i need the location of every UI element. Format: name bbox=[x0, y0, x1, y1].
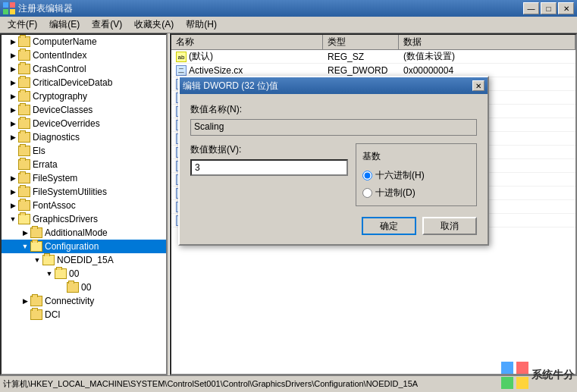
dialog-buttons: 确定 取消 bbox=[190, 217, 477, 235]
dialog-close-button[interactable]: ✕ bbox=[472, 80, 484, 91]
watermark-text: 系统牛分 bbox=[532, 368, 574, 382]
base-label: 基数 bbox=[362, 150, 470, 163]
base-section: 基数 十六进制(H) 十进制(D) bbox=[356, 143, 477, 206]
radio-group: 十六进制(H) 十进制(D) bbox=[362, 169, 470, 199]
dialog-body: 数值名称(N): Scaling 数值数据(V): 3 基数 十六进制(H) bbox=[180, 94, 488, 244]
dialog-row: 数值数据(V): 3 基数 十六进制(H) 十进制(D) bbox=[190, 143, 477, 206]
radio-hex-input[interactable] bbox=[362, 171, 372, 180]
radio-dec-input[interactable] bbox=[362, 188, 372, 198]
watermark: 系统牛分 bbox=[501, 362, 574, 389]
data-label: 数值数据(V): bbox=[190, 143, 348, 156]
dialog-title: 编辑 DWORD (32 位)值 bbox=[183, 80, 472, 93]
svg-rect-7 bbox=[516, 377, 528, 389]
radio-dec[interactable]: 十进制(D) bbox=[362, 187, 470, 199]
ok-button[interactable]: 确定 bbox=[362, 217, 416, 235]
dialog-overlay: 编辑 DWORD (32 位)值 ✕ 数值名称(N): Scaling 数值数据… bbox=[0, 0, 577, 392]
data-section: 数值数据(V): 3 bbox=[190, 143, 348, 206]
cancel-button[interactable]: 取消 bbox=[422, 217, 477, 235]
edit-dword-dialog: 编辑 DWORD (32 位)值 ✕ 数值名称(N): Scaling 数值数据… bbox=[178, 76, 489, 246]
name-value: Scaling bbox=[190, 119, 477, 136]
data-input[interactable]: 3 bbox=[190, 159, 348, 176]
windows-logo bbox=[501, 362, 528, 389]
radio-dec-label: 十进制(D) bbox=[375, 187, 416, 199]
name-label: 数值名称(N): bbox=[190, 103, 477, 116]
radio-hex-label: 十六进制(H) bbox=[375, 169, 425, 182]
svg-rect-4 bbox=[501, 362, 513, 374]
svg-rect-5 bbox=[516, 362, 528, 374]
svg-rect-6 bbox=[501, 377, 513, 389]
radio-hex[interactable]: 十六进制(H) bbox=[362, 169, 470, 182]
dialog-titlebar: 编辑 DWORD (32 位)值 ✕ bbox=[180, 77, 488, 94]
